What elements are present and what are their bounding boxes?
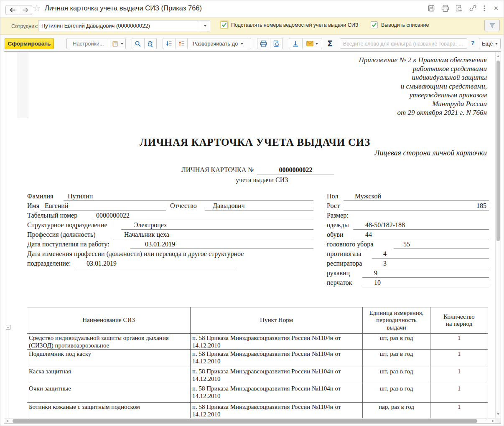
writeoff-checkbox[interactable]: Выводить списание (371, 21, 429, 28)
back-button[interactable] (6, 5, 19, 15)
forward-button[interactable] (19, 5, 32, 15)
field-label: перчаток (327, 279, 352, 287)
card-number-underline (257, 175, 334, 175)
search-button[interactable] (132, 38, 144, 49)
field-value: 4 (383, 250, 387, 258)
report-variants-button[interactable] (110, 38, 125, 49)
field-value: 0000000022 (96, 212, 130, 219)
favorite-star-icon[interactable]: ☆ (33, 3, 41, 14)
collapse-group-toggle[interactable] (6, 325, 10, 330)
cell-norm: п. 58 Приказа Минздравсоцразвития России… (191, 334, 363, 350)
employee-dropdown-button[interactable] (200, 20, 210, 31)
field-underline (344, 210, 489, 210)
close-icon[interactable]: ✕ (492, 4, 500, 13)
employee-value[interactable]: Путилин Евгений Давыдович (0000000022) (38, 20, 200, 31)
print-group (257, 38, 283, 49)
sum-button[interactable]: Σ (327, 39, 333, 48)
field-value: Мужской (355, 193, 381, 200)
left-margin-strip (17, 52, 28, 118)
employee-combobox[interactable]: Путилин Евгений Давыдович (0000000022) (38, 20, 210, 31)
save-icon[interactable] (427, 4, 435, 13)
print-preview-button[interactable] (270, 38, 283, 49)
more-menu-icon[interactable] (482, 4, 486, 13)
scrollbar-corner (495, 418, 501, 423)
table-row: Каска защитная п. 58 Приказа Минздравсоц… (27, 367, 488, 384)
field-label: Табельный номер (27, 212, 77, 219)
cell-qty: 1 (430, 367, 488, 384)
scroll-left-arrow[interactable] (6, 420, 8, 422)
scroll-up-arrow[interactable] (497, 55, 499, 57)
send-mail-button[interactable] (302, 38, 322, 49)
scroll-down-arrow[interactable] (497, 413, 499, 415)
printer-icon (260, 41, 267, 47)
field-label: Профессия (должность) (27, 231, 96, 238)
export-group (289, 38, 322, 49)
expand-to-button[interactable]: Разворачивать до (187, 38, 248, 49)
search-group (132, 38, 157, 49)
field-value: 48-50/182-188 (365, 221, 405, 229)
document-subtitle: Лицевая сторона личной карточки (374, 149, 487, 157)
horizontal-scrollbar[interactable] (4, 418, 496, 423)
more-button[interactable]: Еще (479, 38, 501, 49)
chevron-down-icon (204, 25, 206, 27)
help-button[interactable]: ? (471, 40, 475, 46)
report-document[interactable]: Приложение № 2 к Правилам обеспечения ра… (4, 51, 501, 424)
download-icon (292, 41, 299, 47)
field-value: 44 (365, 231, 372, 238)
scroll-right-arrow[interactable] (492, 420, 494, 422)
substitute-checkbox[interactable]: Подставлять номера ведомостей учета выда… (221, 21, 358, 28)
preview-icon[interactable] (455, 4, 463, 13)
checkbox-checked-icon[interactable] (371, 21, 378, 28)
group-bracket-line (8, 330, 8, 418)
print-icon[interactable] (441, 4, 449, 13)
save-file-button[interactable] (289, 38, 302, 49)
field-label: Дата изменения профессии (должности) или… (27, 250, 244, 258)
field-label: рукавиц (327, 269, 350, 277)
table-row: Средство индивидуальной защиты органов д… (27, 334, 488, 350)
page-title: Личная карточка учета выдачи СИЗ (Приказ… (45, 4, 202, 12)
document-title: ЛИЧНАЯ КАРТОЧКА УЧЕТА ВЫДАЧИ СИЗ (84, 137, 426, 148)
field-value: 03.01.2019 (87, 260, 117, 267)
field-value: 55 (403, 241, 410, 248)
parameters-bar: Сотрудник: Путилин Евгений Давыдович (00… (0, 17, 504, 35)
field-underline (205, 210, 313, 210)
checkbox-checked-icon[interactable] (221, 21, 228, 28)
field-underline (76, 268, 235, 268)
field-label: одежды (327, 221, 349, 229)
filter-input[interactable]: Введите слово для фильтра (название това… (340, 38, 467, 49)
field-label: Дата поступления на работу: (27, 241, 109, 248)
field-label: Структурное подразделение (27, 221, 107, 229)
field-underline (41, 210, 166, 210)
vertical-scroll-thumb[interactable] (496, 61, 500, 241)
collapse-groups-button[interactable] (163, 38, 175, 49)
link-icon[interactable] (468, 4, 477, 13)
table-header-row: Наименование СИЗ Пункт Норм Единица изме… (27, 307, 488, 334)
generate-button[interactable]: Сформировать (5, 38, 54, 49)
col-header-norm: Пункт Норм (191, 307, 363, 334)
field-value: Электроцех (134, 221, 167, 229)
field-value: Евгений (45, 202, 68, 210)
cell-qty: 1 (430, 350, 488, 367)
field-underline (353, 239, 489, 239)
employee-label: Сотрудник: (11, 23, 38, 29)
field-value: Давыдович (213, 202, 245, 210)
field-underline (372, 258, 489, 259)
field-underline (130, 248, 313, 249)
filter-settings-button[interactable] (484, 20, 500, 31)
field-label: Размер: (327, 212, 349, 219)
expand-levels-icon (178, 41, 185, 47)
cell-name: Средство индивидуальной защиты органов д… (27, 334, 191, 350)
card-number-caption: учета выдачи СИЗ (236, 176, 288, 184)
settings-button[interactable]: Настройки... (67, 38, 110, 49)
print-button[interactable] (257, 38, 270, 49)
field-underline (394, 248, 489, 249)
cell-qty: 1 (430, 334, 488, 350)
appendix-note: Приложение № 2 к Правилам обеспечения ра… (286, 56, 487, 117)
expand-groups-button[interactable] (175, 38, 187, 49)
settings-group: Настройки... (66, 38, 126, 49)
arrow-left-icon (9, 7, 16, 13)
search-next-button[interactable] (144, 38, 156, 49)
vertical-scrollbar[interactable] (495, 52, 501, 418)
cell-unit: шт, раз в год (363, 384, 430, 403)
horizontal-scroll-thumb[interactable] (13, 419, 477, 423)
